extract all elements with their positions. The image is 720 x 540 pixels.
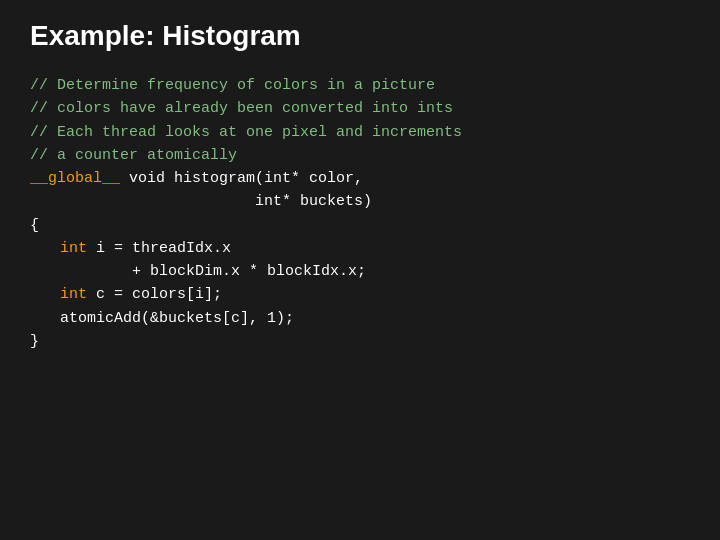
int-i-line: int i = threadIdx.x	[30, 237, 690, 260]
comment-line-2: // colors have already been converted in…	[30, 97, 690, 120]
brace-close: }	[30, 330, 690, 353]
code-block: // Determine frequency of colors in a pi…	[30, 74, 690, 353]
slide: Example: Histogram // Determine frequenc…	[0, 0, 720, 540]
comment-line-1: // Determine frequency of colors in a pi…	[30, 74, 690, 97]
int-i-rest: i = threadIdx.x	[87, 240, 231, 257]
int-keyword-2: int	[60, 286, 87, 303]
int-c-line: int c = colors[i];	[30, 283, 690, 306]
function-signature-line2: int* buckets)	[30, 190, 690, 213]
comment-line-3: // Each thread looks at one pixel and in…	[30, 121, 690, 144]
function-signature-rest: void histogram(int* color,	[120, 170, 363, 187]
function-signature-line1: __global__ void histogram(int* color,	[30, 167, 690, 190]
int-c-rest: c = colors[i];	[87, 286, 222, 303]
atomic-add-line: atomicAdd(&buckets[c], 1);	[30, 307, 690, 330]
slide-title: Example: Histogram	[30, 20, 690, 56]
blockdim-line: + blockDim.x * blockIdx.x;	[30, 260, 690, 283]
brace-open: {	[30, 214, 690, 237]
comment-line-4: // a counter atomically	[30, 144, 690, 167]
int-keyword-1: int	[60, 240, 87, 257]
global-keyword: __global__	[30, 170, 120, 187]
